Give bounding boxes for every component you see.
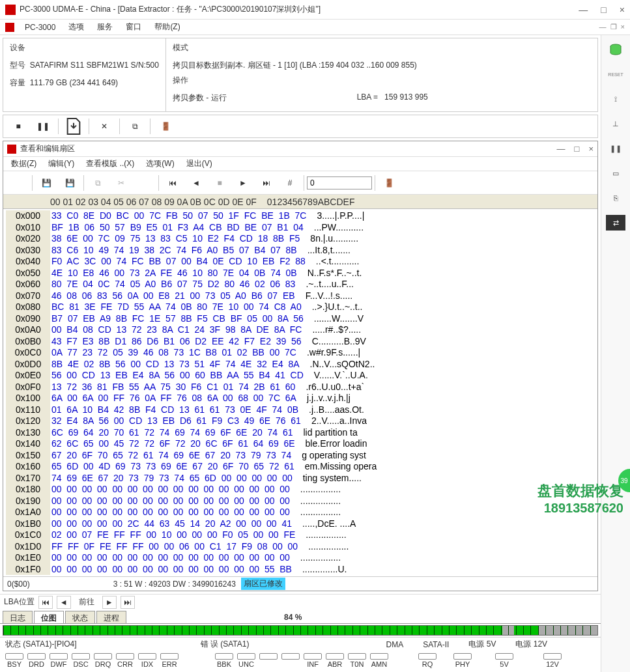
hex-pos: 0($00) bbox=[7, 580, 30, 589]
disk-icon[interactable] bbox=[607, 42, 625, 57]
pause-button[interactable]: ❚❚ bbox=[32, 117, 54, 136]
ruler-icon[interactable]: ⟟ bbox=[607, 91, 625, 107]
lba-first-button[interactable]: ⏮ bbox=[38, 596, 53, 609]
hex-row[interactable]: 0x1A000 00 00 00 00 00 00 00 00 00 00 00… bbox=[6, 507, 597, 518]
hex-blank2-button[interactable] bbox=[134, 173, 156, 193]
lba-goto-label: 前往 bbox=[75, 596, 98, 608]
minimize-button[interactable]: — bbox=[579, 5, 588, 15]
hex-row[interactable]: 0x11001 6A 10 B4 42 8B F4 CD 13 61 61 73… bbox=[6, 404, 597, 416]
hex-row[interactable]: 0x00033 C0 8E D0 BC 00 7C FB 50 07 50 1F… bbox=[6, 210, 597, 222]
tab-log[interactable]: 日志 bbox=[3, 611, 33, 623]
hex-row[interactable]: 0x040F0 AC 3C 00 74 FC BB 07 00 B4 0E CD… bbox=[6, 256, 597, 268]
progress-percent: 84 % bbox=[284, 613, 302, 622]
hex-row[interactable]: 0x06080 7E 04 0C 74 05 A0 B6 07 75 D2 80… bbox=[6, 279, 597, 290]
tab-process[interactable]: 进程 bbox=[96, 611, 126, 623]
hex-row[interactable]: 0x17074 69 6E 67 20 73 79 73 74 65 6D 00… bbox=[6, 473, 597, 484]
hex-grid-button[interactable]: # bbox=[279, 173, 301, 193]
right-sidebar: RESET ⟟ ⊥ ❚❚ ▭ ⎘ ⇄ bbox=[601, 35, 630, 672]
hex-row[interactable]: 0x0A000 B4 08 CD 13 72 23 8A C1 24 3F 98… bbox=[6, 324, 597, 336]
hex-minimize-button[interactable]: — bbox=[557, 144, 566, 154]
flag-PHY: PHY bbox=[453, 653, 472, 668]
copy-button[interactable]: ⧉ bbox=[124, 117, 146, 136]
mdi-close-button[interactable]: × bbox=[621, 23, 625, 31]
hex-row[interactable]: 0x1006A 00 6A 00 FF 76 0A FF 76 08 6A 00… bbox=[6, 393, 597, 404]
hex-menu-options[interactable]: 选项(W) bbox=[141, 157, 179, 171]
maximize-button[interactable]: □ bbox=[601, 5, 606, 15]
hex-row[interactable]: 0x1306C 69 64 20 70 61 72 74 69 74 69 6F… bbox=[6, 427, 597, 439]
tools-button[interactable]: ✕ bbox=[93, 117, 115, 136]
hex-row[interactable]: 0x15067 20 6F 70 65 72 61 74 69 6E 67 20… bbox=[6, 450, 597, 462]
reset-icon[interactable]: RESET bbox=[607, 66, 625, 82]
hex-row[interactable]: 0x1E000 00 00 00 00 00 00 00 00 00 00 00… bbox=[6, 552, 597, 564]
tab-status[interactable]: 状态 bbox=[65, 611, 95, 623]
hex-stop2-button[interactable]: ■ bbox=[208, 173, 231, 193]
hex-last-button[interactable]: ⏭ bbox=[255, 173, 278, 193]
hex-exit-button[interactable]: 🚪 bbox=[378, 173, 400, 193]
hex-row[interactable]: 0x080BC 81 3E FE 7D 55 AA 74 0B 80 7E 10… bbox=[6, 301, 597, 313]
menu-services[interactable]: 服务 bbox=[92, 20, 118, 34]
hex-copy-button[interactable]: ⧉ bbox=[87, 173, 109, 193]
hex-menu-template[interactable]: 查看模版 ..(X) bbox=[81, 157, 139, 171]
hex-row[interactable]: 0x19000 00 00 00 00 00 00 00 00 00 00 00… bbox=[6, 496, 597, 507]
hex-prev-button[interactable]: ◄ bbox=[185, 173, 207, 193]
hex-close-button[interactable]: × bbox=[588, 144, 594, 154]
operation-section-label: 操作 bbox=[173, 75, 591, 86]
menu-help[interactable]: 帮助(Z) bbox=[149, 20, 185, 34]
connector-icon[interactable]: ⎘ bbox=[607, 190, 625, 206]
exit-button[interactable]: 🚪 bbox=[154, 117, 177, 136]
chip-icon[interactable]: ▭ bbox=[607, 165, 625, 181]
menu-options[interactable]: 选项 bbox=[63, 20, 89, 34]
hex-row[interactable]: 0x0D08B 4E 02 8B 56 00 CD 13 73 51 4F 74… bbox=[6, 359, 597, 371]
status-12v: 电源 12V bbox=[515, 639, 547, 650]
hex-row[interactable]: 0x1C002 00 07 FE FF FF 00 10 00 00 00 F0… bbox=[6, 529, 597, 541]
export-button[interactable] bbox=[63, 117, 85, 136]
hex-save-button[interactable]: 💾 bbox=[59, 173, 81, 193]
hex-row[interactable]: 0x010BF 1B 06 50 57 B9 E5 01 F3 A4 CB BD… bbox=[6, 222, 597, 234]
close-button[interactable]: × bbox=[620, 5, 625, 15]
hex-open-button[interactable]: 💾 bbox=[35, 173, 57, 193]
progress-bar[interactable] bbox=[3, 625, 598, 636]
flag-5V: 5V bbox=[495, 653, 513, 668]
hex-next-button[interactable]: ► bbox=[232, 173, 254, 193]
status-dma: DMA bbox=[386, 640, 403, 649]
hex-row[interactable]: 0x16065 6D 00 4D 69 73 73 69 6E 67 20 6F… bbox=[6, 461, 597, 473]
hex-row[interactable]: 0x0504E 10 E8 46 00 73 2A FE 46 10 80 7E… bbox=[6, 268, 597, 279]
mdi-minimize-button[interactable]: — bbox=[599, 23, 607, 31]
hex-editor-panel: 查看和编辑扇区 — □ × 数据(Z) 编辑(Y) 查看模版 ..(X) 选项(… bbox=[3, 141, 598, 591]
menu-window[interactable]: 窗口 bbox=[121, 20, 147, 34]
hex-body[interactable]: 0x00033 C0 8E D0 BC 00 7C FB 50 07 50 1F… bbox=[3, 209, 597, 576]
lba-next-button[interactable]: ► bbox=[102, 596, 117, 609]
hex-row[interactable]: 0x0B043 F7 E3 8B D1 86 D6 B1 06 D2 EE 42… bbox=[6, 336, 597, 348]
mdi-restore-button[interactable]: ❐ bbox=[610, 23, 617, 31]
hex-first-button[interactable]: ⏮ bbox=[162, 173, 184, 193]
hex-cut-button[interactable]: ✂ bbox=[110, 173, 132, 193]
pause-icon[interactable]: ❚❚ bbox=[607, 141, 625, 156]
hex-menu-edit[interactable]: 编辑(Y) bbox=[43, 157, 79, 171]
hex-row[interactable]: 0x18000 00 00 00 00 00 00 00 00 00 00 00… bbox=[6, 484, 597, 496]
lba-last-button[interactable]: ⏭ bbox=[121, 596, 135, 609]
hex-row[interactable]: 0x14062 6C 65 00 45 72 72 6F 72 20 6C 6F… bbox=[6, 438, 597, 450]
hex-row[interactable]: 0x090B7 07 EB A9 8B FC 1E 57 8B F5 CB BF… bbox=[6, 313, 597, 325]
flag-BBK: BBK bbox=[215, 653, 233, 668]
stop-button[interactable]: ■ bbox=[7, 117, 29, 136]
hex-blank1-button[interactable] bbox=[7, 173, 29, 193]
hex-row[interactable]: 0x0F013 72 36 81 FB 55 AA 75 30 F6 C1 01… bbox=[6, 382, 597, 393]
hex-offset-input[interactable] bbox=[307, 176, 372, 189]
hex-row[interactable]: 0x1F000 00 00 00 00 00 00 00 00 00 00 00… bbox=[6, 564, 597, 576]
hex-row[interactable]: 0x1B000 00 00 00 00 2C 44 63 45 14 20 A2… bbox=[6, 518, 597, 530]
hex-row[interactable]: 0x0E056 00 CD 13 EB E4 8A 56 00 60 BB AA… bbox=[6, 370, 597, 382]
hex-row[interactable]: 0x07046 08 06 83 56 0A 00 E8 21 00 73 05… bbox=[6, 290, 597, 302]
settings-icon[interactable]: ⇄ bbox=[606, 215, 625, 231]
lba-prev-button[interactable]: ◄ bbox=[57, 596, 71, 609]
hex-row[interactable]: 0x0C00A 77 23 72 05 39 46 08 73 1C B8 01… bbox=[6, 347, 597, 359]
hex-maximize-button[interactable]: □ bbox=[575, 144, 580, 154]
hex-row[interactable]: 0x1D0FF FF 0F FE FF FF 00 00 06 00 C1 17… bbox=[6, 541, 597, 553]
hex-row[interactable]: 0x03083 C6 10 49 74 19 38 2C 74 F6 A0 B5… bbox=[6, 245, 597, 257]
tab-bitmap[interactable]: 位图 bbox=[34, 611, 64, 623]
hex-row[interactable]: 0x12032 E4 8A 56 00 CD 13 EB D6 61 F9 C3… bbox=[6, 415, 597, 427]
hex-menu-exit[interactable]: 退出(V) bbox=[181, 157, 218, 171]
menu-pc3000[interactable]: PC-3000 bbox=[20, 21, 61, 33]
hex-row[interactable]: 0x02038 6E 00 7C 09 75 13 83 C5 10 E2 F4… bbox=[6, 233, 597, 245]
clamp-icon[interactable]: ⊥ bbox=[607, 116, 625, 132]
hex-menu-data[interactable]: 数据(Z) bbox=[6, 157, 42, 171]
